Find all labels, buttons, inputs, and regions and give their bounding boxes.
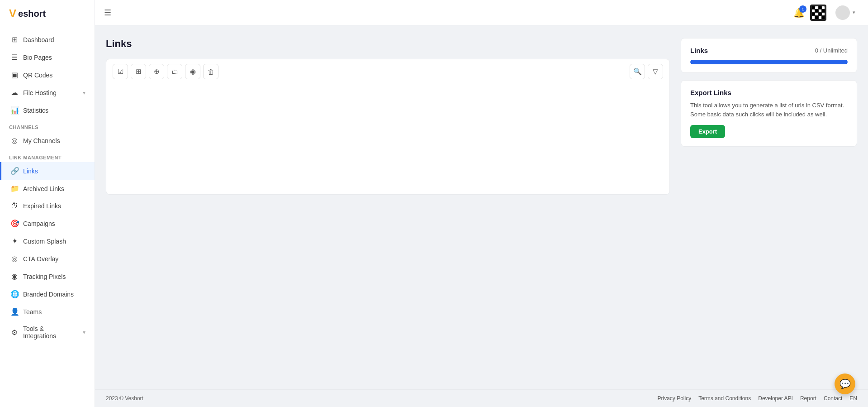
sidebar-item-cta-overlay[interactable]: ◎ CTA Overlay: [0, 250, 95, 268]
create-link-button[interactable]: ☑: [113, 64, 128, 79]
chat-icon: 💬: [840, 378, 851, 389]
notification-badge: 1: [799, 5, 806, 13]
user-menu-button[interactable]: ▾: [832, 4, 859, 22]
notification-bell-button[interactable]: 🔔 1: [793, 7, 805, 18]
statistics-icon: 📊: [10, 106, 19, 115]
sidebar-item-tracking-pixels[interactable]: ◉ Tracking Pixels: [0, 268, 95, 285]
chevron-down-icon: ▾: [83, 90, 85, 96]
sidebar-item-label: Tools & Integrations: [23, 325, 78, 340]
footer-links: Privacy Policy Terms and Conditions Deve…: [657, 395, 857, 402]
archived-links-icon: 📁: [10, 184, 19, 193]
export-button[interactable]: Export: [690, 125, 725, 138]
qr-cell: [819, 13, 821, 15]
sidebar-item-label: Teams: [23, 308, 42, 316]
custom-splash-icon: ✦: [10, 237, 19, 245]
footer-link-api[interactable]: Developer API: [758, 395, 793, 402]
sidebar-item-custom-splash[interactable]: ✦ Custom Splash: [0, 232, 95, 250]
stat-card-value: 0 / Unlimited: [815, 47, 848, 54]
sidebar-item-label: File Hosting: [23, 89, 57, 96]
sidebar-item-label: Dashboard: [23, 36, 54, 43]
tracking-pixels-icon: ◉: [10, 272, 19, 281]
sidebar-item-campaigns[interactable]: 🎯 Campaigns: [0, 215, 95, 232]
sidebar-item-label: Links: [23, 168, 38, 175]
qr-cell: [812, 6, 815, 9]
qr-cell: [815, 13, 818, 15]
chat-support-button[interactable]: 💬: [835, 373, 855, 394]
file-hosting-icon: ☁: [10, 88, 19, 97]
logo-v: V: [9, 7, 16, 20]
sidebar-item-teams[interactable]: 👤 Teams: [0, 303, 95, 321]
sidebar-item-archived-links[interactable]: 📁 Archived Links: [0, 180, 95, 197]
campaign-button[interactable]: 🗂: [167, 64, 182, 79]
logo: V eshort: [0, 0, 95, 27]
sidebar-item-label: Custom Splash: [23, 238, 66, 245]
qr-cell: [822, 10, 825, 12]
qr-codes-icon: ▣: [10, 71, 19, 79]
my-channels-icon: ◎: [10, 136, 19, 145]
chevron-down-icon: ▾: [853, 10, 855, 15]
links-toolbar: ☑ ⊞ ⊕ 🗂 ◉ 🗑 🔍 ▽: [106, 59, 669, 84]
progress-bar-fill: [690, 60, 848, 64]
branded-domains-icon: 🌐: [10, 290, 19, 298]
tools-integrations-icon: ⚙: [10, 328, 19, 337]
bulk-action-button[interactable]: ⊞: [131, 64, 146, 79]
cta-overlay-icon: ◎: [10, 254, 19, 263]
sidebar-item-dashboard[interactable]: ⊞ Dashboard: [0, 31, 95, 48]
sidebar-item-links[interactable]: 🔗 Links: [0, 162, 95, 180]
sidebar-item-label: My Channels: [23, 137, 60, 144]
chevron-down-icon: ▾: [83, 329, 85, 335]
sidebar-item-branded-domains[interactable]: 🌐 Branded Domains: [0, 285, 95, 303]
links-stat-card: Links 0 / Unlimited: [681, 38, 857, 73]
stat-card-header: Links 0 / Unlimited: [690, 47, 848, 54]
settings-button[interactable]: ◉: [185, 64, 200, 79]
expired-links-icon: ⏱: [10, 202, 19, 210]
delete-button[interactable]: 🗑: [203, 64, 218, 79]
sidebar-item-bio-pages[interactable]: ☰ Bio Pages: [0, 48, 95, 66]
page-content: Links ☑ ⊞ ⊕ 🗂 ◉ 🗑 🔍 ▽: [95, 25, 868, 389]
footer-link-privacy[interactable]: Privacy Policy: [657, 395, 691, 402]
sidebar-item-label: Statistics: [23, 107, 48, 114]
sidebar-item-file-hosting[interactable]: ☁ File Hosting ▾: [0, 84, 95, 101]
footer-link-language[interactable]: EN: [849, 395, 857, 402]
dashboard-icon: ⊞: [10, 35, 19, 44]
sidebar-item-label: Branded Domains: [23, 291, 74, 298]
search-button[interactable]: 🔍: [630, 64, 645, 79]
qr-cell: [812, 13, 815, 15]
qr-cell: [815, 16, 818, 19]
bio-pages-icon: ☰: [10, 53, 19, 62]
links-card: ☑ ⊞ ⊕ 🗂 ◉ 🗑 🔍 ▽: [106, 59, 670, 195]
sidebar-item-tools-integrations[interactable]: ⚙ Tools & Integrations ▾: [0, 321, 95, 344]
qr-cell: [812, 16, 815, 19]
link-management-section-label: Link Management: [0, 149, 95, 162]
footer-link-contact[interactable]: Contact: [824, 395, 842, 402]
header: ☰ 🔔 1 ▾: [95, 0, 868, 25]
qr-cell: [815, 10, 818, 12]
sidebar-nav: ⊞ Dashboard ☰ Bio Pages ▣ QR Codes ☁ Fil…: [0, 27, 95, 407]
logo-name: eshort: [18, 9, 46, 19]
avatar: [835, 5, 850, 20]
sidebar-item-label: Bio Pages: [23, 54, 52, 61]
hamburger-menu-button[interactable]: ☰: [104, 8, 111, 18]
sidebar-item-expired-links[interactable]: ⏱ Expired Links: [0, 197, 95, 215]
qr-code-icon[interactable]: [810, 5, 826, 21]
sidebar-item-my-channels[interactable]: ◎ My Channels: [0, 132, 95, 149]
filter-button[interactable]: ▽: [648, 64, 663, 79]
footer-link-terms[interactable]: Terms and Conditions: [698, 395, 751, 402]
add-button[interactable]: ⊕: [149, 64, 164, 79]
export-links-card: Export Links This tool allows you to gen…: [681, 80, 857, 147]
sidebar-item-statistics[interactable]: 📊 Statistics: [0, 101, 95, 119]
footer-copyright: 2023 © Veshort: [106, 395, 143, 402]
teams-icon: 👤: [10, 307, 19, 316]
qr-cell: [822, 6, 825, 9]
links-panel: Links ☑ ⊞ ⊕ 🗂 ◉ 🗑 🔍 ▽: [106, 38, 670, 377]
qr-cell: [819, 10, 821, 12]
qr-cell: [819, 16, 821, 19]
main-content: ☰ 🔔 1 ▾: [95, 0, 868, 407]
links-body: [106, 84, 669, 175]
sidebar-item-qr-codes[interactable]: ▣ QR Codes: [0, 66, 95, 84]
sidebar-item-label: Archived Links: [23, 185, 64, 192]
qr-cell: [815, 6, 818, 9]
sidebar: V eshort ⊞ Dashboard ☰ Bio Pages ▣ QR Co…: [0, 0, 95, 407]
footer-link-report[interactable]: Report: [800, 395, 816, 402]
links-icon: 🔗: [10, 167, 19, 175]
